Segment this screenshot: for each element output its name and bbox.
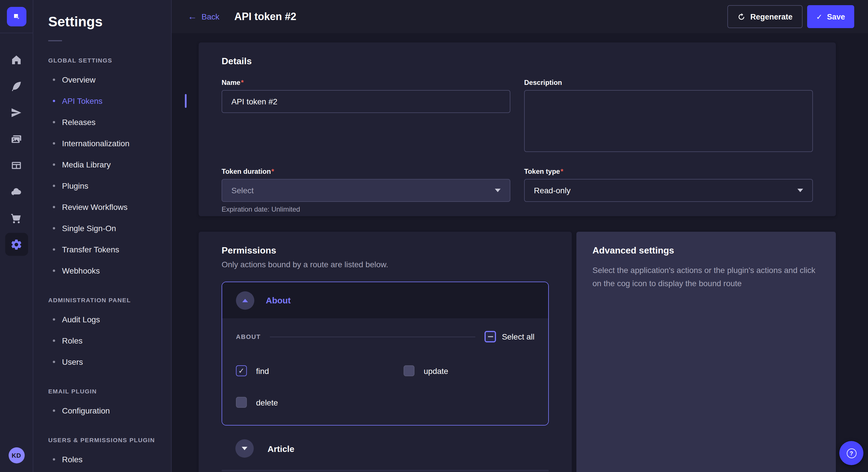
bullet-icon xyxy=(53,206,55,208)
details-title: Details xyxy=(222,56,813,67)
permission-action-find: ✓find xyxy=(236,365,404,376)
bullet-icon xyxy=(53,318,55,320)
sidebar-item-label: Overview xyxy=(62,75,96,84)
sidebar-item-label: Roles xyxy=(62,336,83,345)
sidebar-item-configuration[interactable]: Configuration xyxy=(48,400,171,421)
next-accordion-edge xyxy=(222,470,549,471)
accordion-about-body: ABOUT Select all ✓findupdatedelete xyxy=(222,318,548,425)
checkbox-unchecked[interactable] xyxy=(236,397,247,408)
permission-action-update: update xyxy=(404,365,534,376)
sidebar-item-internationalization[interactable]: Internationalization xyxy=(48,133,171,154)
select-all-checkbox[interactable] xyxy=(485,331,496,342)
duration-field-group: Token duration* Select Expiration date: … xyxy=(222,167,510,213)
bullet-icon xyxy=(53,184,55,187)
sidebar-item-webhooks[interactable]: Webhooks xyxy=(48,260,171,281)
settings-sidebar: Settings GLOBAL SETTINGSOverviewAPI Toke… xyxy=(33,0,172,472)
sidebar-item-label: Users xyxy=(62,357,83,366)
sidebar-section: EMAIL PLUGINConfiguration xyxy=(48,388,171,421)
required-asterisk: * xyxy=(272,167,274,175)
duration-select[interactable]: Select xyxy=(222,179,510,202)
permissions-title: Permissions xyxy=(222,245,549,256)
strapi-logo[interactable] xyxy=(7,7,26,26)
details-card: Details Name* Description Token duration… xyxy=(198,42,836,216)
bullet-icon xyxy=(53,121,55,123)
accordion-article-label: Article xyxy=(268,444,294,453)
sidebar-item-label: Internationalization xyxy=(62,138,129,148)
sidebar-item-media-library[interactable]: Media Library xyxy=(48,154,171,175)
checkbox-label[interactable]: find xyxy=(256,366,269,375)
select-all-label[interactable]: Select all xyxy=(502,332,534,341)
sidebar-item-label: Webhooks xyxy=(62,266,100,275)
save-label: Save xyxy=(827,12,845,21)
description-label: Description xyxy=(524,78,813,87)
rail-button-home-icon[interactable] xyxy=(5,48,28,71)
sidebar-item-label: Single Sign-On xyxy=(62,224,116,233)
type-field-group: Token type* Read-only xyxy=(524,167,813,213)
rail-button-settings-gear-icon[interactable] xyxy=(5,233,28,256)
rail-button-marketplace-cart-icon[interactable] xyxy=(5,206,28,229)
regenerate-button[interactable]: Regenerate xyxy=(727,5,802,28)
rail-button-release-paper-plane-icon[interactable] xyxy=(5,101,28,124)
sidebar-item-transfer-tokens[interactable]: Transfer Tokens xyxy=(48,239,171,260)
duration-select-value: Select xyxy=(231,186,495,195)
description-textarea[interactable] xyxy=(524,90,813,152)
checkbox-unchecked[interactable] xyxy=(404,365,414,376)
bullet-icon xyxy=(53,269,55,272)
bullet-icon xyxy=(53,100,55,102)
sidebar-item-plugins[interactable]: Plugins xyxy=(48,175,171,196)
settings-gear-icon xyxy=(10,238,22,250)
sidebar-section: GLOBAL SETTINGSOverviewAPI TokensRelease… xyxy=(48,57,171,281)
marketplace-cart-icon xyxy=(10,212,22,224)
bullet-icon xyxy=(53,361,55,363)
sidebar-item-releases[interactable]: Releases xyxy=(48,111,171,133)
chevron-down-icon xyxy=(797,189,803,192)
sidebar-item-api-tokens[interactable]: API Tokens xyxy=(48,90,171,111)
bullet-icon xyxy=(53,142,55,144)
type-select[interactable]: Read-only xyxy=(524,179,813,202)
sidebar-item-roles[interactable]: Roles xyxy=(48,330,171,351)
sidebar-item-overview[interactable]: Overview xyxy=(48,69,171,90)
regenerate-label: Regenerate xyxy=(750,12,793,21)
rail-button-content-manager-feather-icon[interactable] xyxy=(5,74,28,98)
save-button[interactable]: ✓ Save xyxy=(807,5,854,28)
sidebar-item-providers[interactable]: Providers xyxy=(48,470,171,472)
permissions-subtitle: Only actions bound by a route are listed… xyxy=(222,260,549,269)
sidebar-item-review-workflows[interactable]: Review Workflows xyxy=(48,196,171,217)
rail-button-deploy-cloud-icon[interactable] xyxy=(5,180,28,203)
sidebar-item-roles[interactable]: Roles xyxy=(48,448,171,470)
page-header: ← Back API token #2 Regenerate ✓ Save xyxy=(172,0,868,33)
release-paper-plane-icon xyxy=(10,106,22,119)
collapse-toggle-button[interactable] xyxy=(236,291,254,309)
permission-action-delete: delete xyxy=(236,397,404,408)
media-library-pictures-icon xyxy=(10,133,22,145)
subject-row: ABOUT Select all xyxy=(236,331,534,342)
rail-button-media-library-pictures-icon[interactable] xyxy=(5,127,28,150)
rail-button-content-type-builder-layout-icon[interactable] xyxy=(5,154,28,177)
sidebar-section-header: USERS & PERMISSIONS PLUGIN xyxy=(48,436,171,443)
checkbox-label[interactable]: update xyxy=(424,366,448,375)
accordion-about-header[interactable]: About xyxy=(222,282,548,318)
main-area: ← Back API token #2 Regenerate ✓ Save De… xyxy=(172,0,868,472)
accordion-article-header[interactable]: Article xyxy=(222,426,549,458)
checkbox-label[interactable]: delete xyxy=(256,398,278,407)
back-link[interactable]: ← Back xyxy=(188,12,219,21)
checkbox-checked[interactable]: ✓ xyxy=(236,365,247,376)
name-input[interactable] xyxy=(222,90,510,113)
sidebar-item-audit-logs[interactable]: Audit Logs xyxy=(48,308,171,330)
check-icon: ✓ xyxy=(816,12,823,21)
advanced-settings-title: Advanced settings xyxy=(592,245,820,256)
sidebar-section: ADMINISTRATION PANELAudit LogsRolesUsers xyxy=(48,297,171,372)
sidebar-item-single-sign-on[interactable]: Single Sign-On xyxy=(48,217,171,239)
advanced-settings-description: Select the application's actions or the … xyxy=(592,264,820,290)
required-asterisk: * xyxy=(561,167,563,175)
bullet-icon xyxy=(53,78,55,80)
logo-cell xyxy=(0,0,33,33)
expand-toggle-button[interactable] xyxy=(236,439,254,458)
sidebar-item-users[interactable]: Users xyxy=(48,351,171,372)
duration-helper: Expiration date: Unlimited xyxy=(222,205,510,213)
sidebar-item-label: Media Library xyxy=(62,160,111,169)
help-button[interactable]: ? xyxy=(839,441,863,465)
avatar[interactable]: KD xyxy=(8,447,24,463)
sidebar-item-label: Roles xyxy=(62,454,83,464)
indeterminate-dash-icon xyxy=(488,336,493,337)
